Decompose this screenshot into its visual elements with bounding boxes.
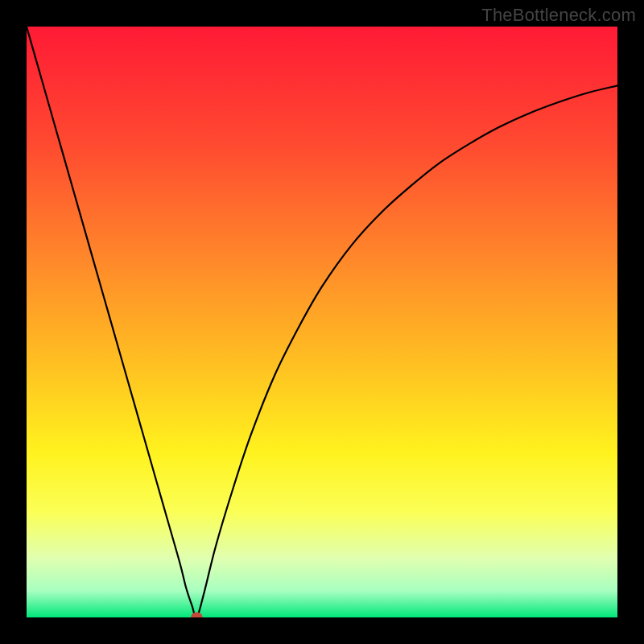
gradient-background xyxy=(27,27,617,617)
watermark-text: TheBottleneck.com xyxy=(481,5,636,26)
bottleneck-chart xyxy=(27,27,617,617)
plot-area xyxy=(27,27,617,617)
chart-frame: TheBottleneck.com xyxy=(0,0,644,644)
